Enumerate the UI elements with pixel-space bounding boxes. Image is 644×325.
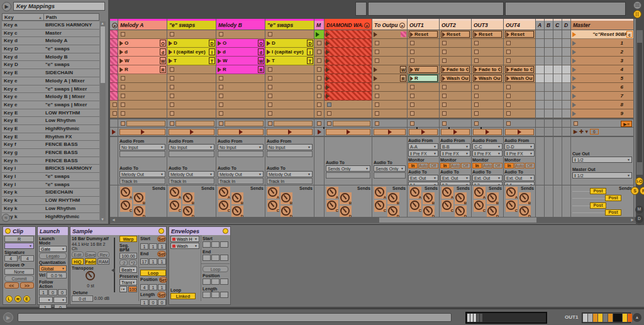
clip-slot[interactable] [408, 48, 439, 57]
stop-clips-button[interactable] [218, 129, 264, 135]
clip-slot[interactable] [562, 101, 570, 109]
send-knob-d[interactable]: D [340, 206, 352, 218]
clip-slot[interactable] [325, 65, 372, 74]
clip-slot[interactable]: Wash Out [440, 74, 471, 83]
audio-to-select[interactable]: Sends Only▼ [374, 165, 406, 172]
track-arm-row[interactable]: ▶≡ [571, 118, 633, 127]
track-header[interactable]: OUT1 [408, 21, 439, 30]
clip-play-icon[interactable] [326, 67, 330, 72]
track-header[interactable]: OUT3 [472, 21, 503, 30]
track-header[interactable]: "e" swaps [167, 21, 216, 30]
clip-slot[interactable] [536, 101, 544, 109]
clip-stop-square[interactable] [410, 85, 414, 89]
stop-clips-button[interactable] [505, 129, 534, 135]
track-header[interactable]: M [314, 21, 324, 30]
send-knob-d[interactable]: D [231, 206, 243, 218]
warp-mode-select[interactable]: Beats▼ [119, 267, 137, 273]
clip-slot[interactable] [167, 30, 216, 39]
clip-slot[interactable]: Reset [504, 30, 535, 39]
clip-slot[interactable] [440, 57, 471, 65]
clip-stop-square[interactable] [506, 41, 511, 45]
clip-stop-square[interactable] [506, 111, 511, 116]
env-length-box[interactable] [220, 292, 228, 298]
clip-stop-square[interactable] [121, 111, 125, 116]
clip-slot[interactable] [372, 109, 407, 118]
clip-slot[interactable]: dd [118, 48, 167, 57]
clip-slot[interactable] [325, 57, 372, 65]
clip-slot[interactable] [553, 92, 562, 101]
clip-stop-square[interactable] [410, 111, 414, 116]
out-clip[interactable]: R [409, 75, 438, 82]
clip-slot[interactable] [408, 83, 439, 92]
track-header[interactable]: ▸ [110, 21, 118, 30]
out-clip[interactable]: Wash Out [473, 75, 502, 82]
track-arm-row[interactable] [167, 118, 216, 127]
fade-button[interactable]: Fade [85, 258, 97, 265]
track-arm-row[interactable] [440, 118, 471, 127]
clip-slot[interactable]: 1 [571, 39, 633, 48]
start-box[interactable]: 1 [158, 243, 166, 250]
output-channel-box[interactable] [326, 172, 370, 179]
key-mapping-row[interactable]: Key ELow Rhythm [2, 117, 99, 125]
clip-stop-button[interactable] [268, 121, 272, 126]
clip-slot[interactable] [314, 57, 324, 65]
clip-slot[interactable] [553, 74, 562, 83]
key-mapping-row[interactable]: Key aBRICKS HARMONY [2, 21, 99, 30]
clip-stop-square[interactable] [170, 102, 174, 107]
clip-slot[interactable] [314, 74, 324, 83]
input-channel-box[interactable] [169, 151, 214, 157]
legato-button[interactable]: Legato [39, 253, 67, 259]
clip-play-icon[interactable] [410, 76, 413, 81]
groove-value[interactable]: None [4, 268, 34, 275]
stop-clips-icon[interactable] [112, 129, 116, 135]
scene-play-icon[interactable] [572, 94, 576, 99]
clip-slot[interactable] [553, 101, 562, 109]
v-scroll-thumb[interactable] [637, 43, 642, 162]
out-clip[interactable]: Fade to Gre [473, 66, 502, 73]
follow-action-time-box[interactable]: 0 [48, 289, 57, 295]
clip-stop-square[interactable] [268, 85, 272, 89]
clip-slot[interactable] [553, 30, 562, 39]
monitor-off-button[interactable]: Off [461, 163, 470, 168]
clip-slot[interactable]: 5 [571, 74, 633, 83]
routing-icon[interactable]: ▸ [399, 23, 405, 28]
send-knob-b[interactable]: B [387, 192, 399, 204]
detune-value[interactable]: 0 ct [72, 295, 93, 302]
linked-button[interactable]: Linked [170, 293, 196, 299]
send-knob-a[interactable]: A [506, 187, 518, 199]
clip-play-icon[interactable] [474, 76, 477, 81]
monitor-off-button[interactable]: Off [525, 163, 535, 168]
end-box[interactable]: 1 [158, 258, 166, 265]
clip-slot[interactable]: 2 [571, 48, 633, 57]
monitor-off-button[interactable]: Off [493, 163, 502, 168]
toggle-d[interactable]: D [635, 215, 643, 223]
clip-slot[interactable] [110, 101, 118, 109]
prev-clip-button[interactable]: << [4, 282, 19, 289]
arrangement-view-toggle-icon[interactable] [633, 1, 641, 9]
clip-stop-square[interactable] [375, 50, 379, 54]
clip-slot[interactable] [440, 39, 471, 48]
clip-stop-square[interactable] [506, 58, 511, 63]
transpose-knob[interactable] [85, 270, 97, 282]
stop-clips-button[interactable] [119, 129, 165, 135]
track-status-row[interactable] [553, 127, 562, 136]
track-arm-row[interactable] [553, 118, 562, 127]
track-arm-row[interactable] [314, 118, 324, 127]
clip-slot[interactable]: WW [118, 57, 167, 65]
audio-to-select[interactable]: Melody Out▼ [267, 171, 313, 177]
clip-play-icon[interactable] [326, 32, 330, 37]
clip-slot[interactable] [325, 109, 372, 118]
clip-stop-square[interactable] [170, 85, 174, 89]
clip-stop-square[interactable] [442, 58, 447, 63]
clip-stop-square[interactable] [442, 85, 447, 89]
clipview-toggle-l[interactable]: L [6, 295, 13, 302]
monitor-in-button[interactable]: In [504, 163, 514, 168]
clip-slot[interactable] [372, 101, 407, 109]
scene-play-icon[interactable] [572, 58, 576, 63]
toolbar-box-mid[interactable] [368, 2, 504, 16]
stop-square[interactable] [327, 102, 331, 107]
clip-slot[interactable] [562, 65, 570, 74]
clip-play-icon[interactable] [506, 32, 509, 37]
track-arm-row[interactable] [372, 118, 407, 127]
clip-slot[interactable] [545, 109, 553, 118]
